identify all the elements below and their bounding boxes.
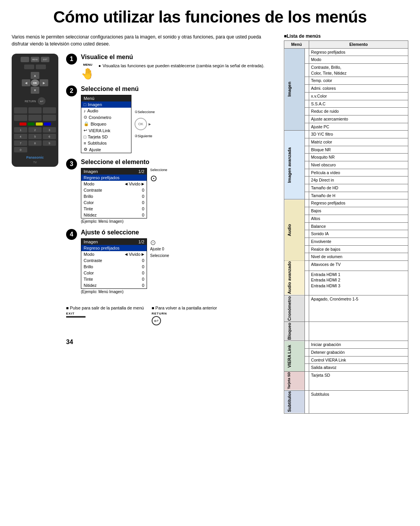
remote-top-buttons: MENU EXIT — [21, 57, 49, 62]
item-iniciar: Iniciar grabación — [309, 341, 408, 349]
menu-step2-item-tarjeta[interactable]: □Tarjeta SD — [81, 134, 131, 140]
menu-step3-item-brillo[interactable]: Brillo0 — [81, 193, 147, 199]
remote-num-2[interactable]: 2 — [28, 127, 42, 133]
note-return: ■ Para volver a la pantalla anterior RET… — [152, 306, 217, 325]
dpad-down[interactable]: ▼ — [31, 87, 39, 94]
step-3-title: Seleccione el elemento — [81, 159, 277, 166]
item-control-viera: Control VIERA Link — [309, 356, 408, 364]
cat-cell-empty5 — [304, 108, 309, 115]
dpad-ok[interactable]: OK — [31, 79, 39, 86]
menu-step3-item-tinte[interactable]: Tinte0 — [81, 206, 147, 212]
item-ajuste-acercamiento: Ajuste acercamiento — [309, 115, 408, 123]
item-admi-colores: Admi. colores — [309, 85, 408, 93]
remote-numpad: 1 2 3 4 5 6 7 8 9 0 — [14, 127, 56, 152]
item-altavoces: Altavoces de TV — [309, 260, 408, 271]
item-ajuste-pc: Ajuste PC — [309, 123, 408, 131]
remote-btn-rect-2[interactable] — [36, 65, 46, 69]
cat-vl-sub3 — [304, 356, 309, 364]
remote-mid-btn-4[interactable] — [14, 115, 27, 121]
cat-a-sub7 — [304, 245, 309, 253]
dpad-left[interactable]: ◀ — [22, 79, 30, 86]
cat-imagen-av: Imagen avanzada — [284, 131, 305, 199]
cat-aa-sub1 — [304, 260, 309, 271]
step3-example: (Ejemplo: Menú Imagen) — [81, 219, 147, 224]
remote-btn-yellow[interactable] — [36, 122, 43, 126]
item-contraste-brillo: Contraste, Brillo,Color, Tinte, Nitidez — [309, 64, 408, 77]
remote-color-buttons — [19, 122, 51, 126]
menu-step3-item-color[interactable]: Color0 — [81, 199, 147, 206]
menu-step4-item-tinte[interactable]: Tinte0 — [81, 276, 147, 282]
step-4-number: 4 — [66, 229, 77, 240]
dpad-up[interactable]: ▲ — [31, 72, 39, 79]
cat-ia-sub9 — [304, 192, 309, 199]
remote-btn-rect-1[interactable] — [24, 65, 34, 69]
remote-num-9[interactable]: 9 — [43, 140, 56, 146]
remote-num-0[interactable]: 0 — [14, 147, 27, 152]
remote-mid-btn-1[interactable] — [14, 107, 27, 114]
remote-btn-exit[interactable]: EXIT — [41, 57, 49, 62]
table-row-cronometro: Cronómetro Apagado, Cronómetro 1-5 — [284, 295, 408, 322]
dpad-right[interactable]: ▶ — [40, 79, 48, 86]
remote-btn-blue[interactable] — [44, 122, 51, 126]
exit-bar — [66, 316, 86, 318]
menu-step3-item-modo[interactable]: Modo ◀Vivido▶ — [81, 181, 147, 187]
item-bajos: Bajos — [309, 207, 408, 215]
cat-vl-sub2 — [304, 348, 309, 356]
menu-step2-item-audio[interactable]: ♪Audio — [81, 108, 131, 114]
menu-step3-item-contraste[interactable]: Contraste0 — [81, 187, 147, 193]
menu-step4-item-nitidez[interactable]: Nitidez0 — [81, 282, 147, 288]
item-xvcolor: x.v.Color — [309, 92, 408, 100]
cat-a-sub1 — [304, 199, 309, 207]
item-salida: Salida altavoz — [309, 364, 408, 372]
remote-num-5[interactable]: 5 — [28, 134, 42, 139]
remote-num-3[interactable]: 3 — [43, 127, 56, 133]
remote-btn-red[interactable] — [19, 122, 26, 126]
cat-a-sub6 — [304, 238, 309, 245]
remote-btn-green[interactable] — [28, 122, 35, 126]
note-exit-text: ■ Pulse para salir de la pantalla de men… — [66, 306, 144, 310]
remote-num-8[interactable]: 8 — [28, 140, 42, 146]
remote-btn-menu[interactable]: MENU — [31, 57, 39, 62]
menu-step4-item-color[interactable]: Color0 — [81, 270, 147, 276]
menu-step2-item-imagen[interactable]: □Imagen — [81, 101, 131, 108]
exit-label: EXIT — [66, 312, 75, 315]
remote-return-btn[interactable]: ↩ — [38, 97, 46, 105]
cat-aa-sub2 — [304, 271, 309, 295]
menu-step2-item-bloqueo[interactable]: 🔒Bloqueo — [81, 121, 131, 127]
list-title: ■Lista de menús — [284, 33, 408, 39]
menu-step4-item-regreso[interactable]: Regreso prefijados — [81, 245, 147, 251]
step-4-content: Ajuste ó seleccione Imagen1/2 Regreso pr… — [81, 229, 277, 294]
menu-step4-item-modo[interactable]: Modo ◀Vivido▶ — [81, 251, 147, 257]
remote-num-4[interactable]: 4 — [14, 134, 27, 139]
bottom-notes: ■ Pulse para salir de la pantalla de men… — [66, 306, 277, 325]
steps-content: 1 Visualice el menú MENU 🤚 ● Visu — [66, 54, 277, 346]
remote-mid-btn-3[interactable] — [43, 107, 56, 114]
menu-step4-ui: Imagen1/2 Regreso prefijados Modo ◀Vivid… — [81, 238, 147, 289]
menu-step2-item-ajuste[interactable]: ⚙Ajuste — [81, 146, 131, 153]
step-3-content: Seleccione el elemento Imagen1/2 Regreso… — [81, 159, 277, 224]
menu-step2-item-cronometro[interactable]: ⊙Cronómetro — [81, 114, 131, 121]
remote-num-7[interactable]: 7 — [14, 140, 27, 146]
menu-step3-item-nitidez[interactable]: Nitidez0 — [81, 212, 147, 218]
menu-step4-item-contraste[interactable]: Contraste0 — [81, 257, 147, 264]
menu-step2-item-subtitulos[interactable]: ≡Subtítulos — [81, 140, 131, 146]
item-balance: Balance — [309, 222, 408, 230]
step2-indicators: ①Seleccione OK ▶ ②Siguiente — [135, 110, 155, 138]
step-2: 2 Seleccione el menú Menú □Imagen — [66, 86, 277, 153]
menu-step4-item-brillo[interactable]: Brillo0 — [81, 264, 147, 270]
step-2-title: Seleccione el menú — [81, 86, 277, 93]
remote-num-1[interactable]: 1 — [14, 127, 27, 133]
menu-step3-item-regreso[interactable]: Regreso prefijados — [81, 175, 147, 181]
remote-mid-btn-2[interactable] — [28, 107, 42, 114]
remote-num-6[interactable]: 6 — [43, 134, 56, 139]
remote-mid-btn-6[interactable] — [43, 115, 56, 121]
item-reduc: Reduc de ruido — [309, 108, 408, 115]
remote-mid-btn-5[interactable] — [28, 115, 42, 121]
steps-area: MENU EXIT ▲ ◀ OK ▶ ▼ RET — [12, 54, 277, 346]
item-audio-regreso: Regreso prefijados — [309, 199, 408, 207]
item-envolvente: Envolvente — [309, 238, 408, 245]
menu-step2-item-viera[interactable]: ↩VIERA Link — [81, 127, 131, 134]
item-ssac: S.S.A.C — [309, 100, 408, 108]
table-row-audio-regreso: Audio Regreso prefijados — [284, 199, 408, 207]
remote-tv-label: TV — [33, 161, 37, 164]
